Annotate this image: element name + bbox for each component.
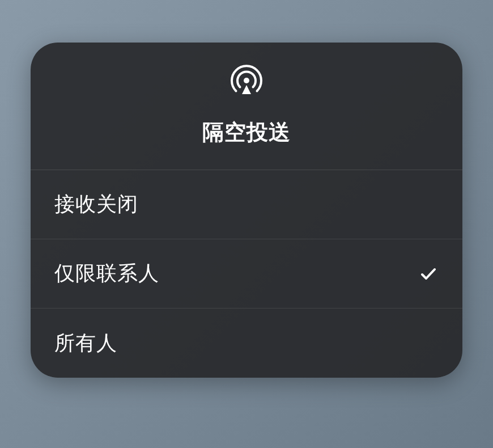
- svg-point-0: [244, 78, 249, 83]
- airdrop-icon: [227, 62, 266, 101]
- option-contacts-only[interactable]: 仅限联系人: [31, 239, 462, 308]
- checkmark-icon: [418, 264, 439, 284]
- option-receiving-off[interactable]: 接收关闭: [31, 170, 462, 239]
- option-label: 所有人: [54, 329, 117, 357]
- option-label: 仅限联系人: [54, 260, 159, 288]
- panel-title: 隔空投送: [202, 118, 291, 147]
- option-label: 接收关闭: [54, 191, 138, 218]
- option-everyone[interactable]: 所有人: [31, 308, 462, 378]
- airdrop-panel: 隔空投送 接收关闭 仅限联系人 所有人: [31, 43, 462, 378]
- panel-header: 隔空投送: [31, 43, 462, 170]
